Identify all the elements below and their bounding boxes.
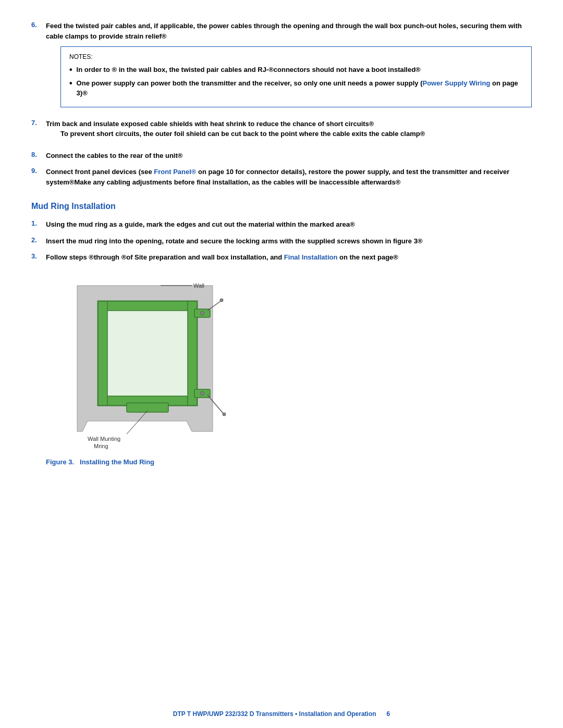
power-supply-link[interactable]: Power Supply Wiring [422,79,490,87]
footer-doc-title: DTP T HWP/UWP 232/332 D Transmitters • I… [173,710,376,718]
step-8: 8. Connect the cables to the rear of the… [31,151,532,161]
step-9: 9. Connect front panel devices (see Fron… [31,167,532,187]
step-6-content: Feed the twisted pair cables and, if app… [46,21,532,113]
svg-point-15 [220,299,223,302]
step-6: 6. Feed the twisted pair cables and, if … [31,21,532,113]
mud-step-3-num: 3. [31,252,46,260]
mud-ring-section-heading: Mud Ring Installation [31,202,532,211]
step-8-text: Connect the cables to the rear of the un… [46,152,182,159]
mud-step-1-content: Using the mud ring as a guide, mark the … [46,219,355,230]
note-item-1: • In order to ® in the wall box, the twi… [69,65,523,75]
step-8-content: Connect the cables to the rear of the un… [46,151,182,161]
mud-step-1-text: Using the mud ring as a guide, mark the … [46,220,355,228]
step-9-content: Connect front panel devices (see Front P… [46,167,532,187]
step-7: 7. Trim back and insulate exposed cable … [31,119,532,144]
footer-page-num: 6 [387,710,390,718]
figure-caption-prefix: Figure 3. [46,458,74,466]
notes-box: NOTES: • In order to ® in the wall box, … [60,46,532,107]
mud-step-1: 1. Using the mud ring as a guide, mark t… [31,219,532,230]
step-9-num: 9. [31,167,46,175]
mud-step-2-num: 2. [31,236,46,244]
mount-label-line1: Wall Munting [88,436,120,442]
step-9-text: Connect front panel devices (see Front P… [46,168,509,186]
step-6-text: Feed the twisted pair cables and, if app… [46,22,522,40]
mud-step-3-text: Follow steps ®through ®of Site preparati… [46,253,398,261]
mud-step-3: 3. Follow steps ®through ®of Site prepar… [31,252,532,263]
step-7-extra: To prevent short circuits, the outer foi… [60,129,425,139]
figure-caption: Figure 3. Installing the Mud Ring [46,458,265,466]
note-text-1: In order to ® in the wall box, the twist… [77,65,421,75]
step-6-num: 6. [31,21,46,29]
page-content: 6. Feed the twisted pair cables and, if … [31,21,532,466]
mud-step-2-text: Insert the mud ring into the opening, ro… [46,237,423,245]
svg-point-12 [201,391,204,395]
page-footer: DTP T HWP/UWP 232/332 D Transmitters • I… [0,710,563,718]
step-7-num: 7. [31,119,46,127]
svg-point-11 [201,311,204,315]
mud-step-1-num: 1. [31,219,46,227]
figure-3-diagram: Wall Wall Munting Mring [46,275,254,452]
step-7-content: Trim back and insulate exposed cable shi… [46,119,425,144]
note-text-2: One power supply can power both the tran… [77,78,523,98]
bullet-icon-1: • [69,65,72,75]
mud-step-2: 2. Insert the mud ring into the opening,… [31,236,532,246]
svg-rect-3 [98,301,197,405]
notes-list: • In order to ® in the wall box, the twi… [69,65,523,98]
top-steps-list: 6. Feed the twisted pair cables and, if … [31,21,532,187]
figure-caption-text: Installing the Mud Ring [80,458,154,466]
svg-rect-4 [98,301,197,311]
step-8-num: 8. [31,151,46,158]
front-panel-link[interactable]: Front Panel® [154,168,196,176]
final-installation-link[interactable]: Final Installation [284,253,338,261]
mud-step-3-content: Follow steps ®through ®of Site preparati… [46,252,398,263]
note-item-2: • One power supply can power both the tr… [69,78,523,98]
mud-step-2-content: Insert the mud ring into the opening, ro… [46,236,423,246]
mount-label-line2: Mring [94,443,108,449]
mud-ring-steps-list: 1. Using the mud ring as a guide, mark t… [31,219,532,263]
figure-3-container: Wall Wall Munting Mring Figure 3. Instal… [46,275,265,466]
svg-point-16 [223,413,226,416]
notes-label: NOTES: [69,52,523,61]
bullet-icon-2: • [69,78,72,88]
step-7-text: Trim back and insulate exposed cable shi… [46,120,374,128]
svg-rect-6 [98,301,107,405]
wall-label: Wall [193,282,204,289]
